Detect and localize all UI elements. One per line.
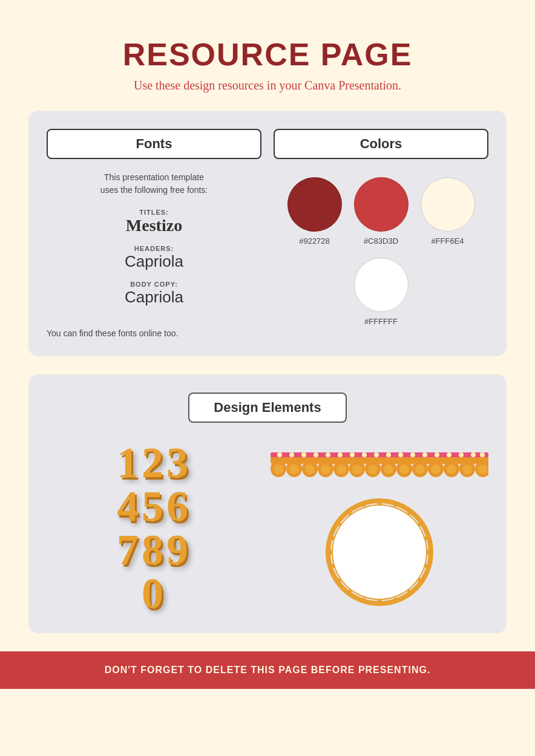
svg-point-65: [328, 550, 333, 555]
design-card-header: Design Elements: [47, 393, 488, 423]
svg-point-53: [418, 523, 421, 526]
colors-grid: #922728 #C83D3D #FFF6E4 #FFFFFF: [274, 171, 488, 332]
svg-point-56: [424, 564, 428, 568]
headers-label: HEADERS:: [47, 245, 261, 252]
numbers-row-4: 0: [142, 572, 163, 615]
svg-point-47: [478, 464, 488, 474]
num-7: 7: [117, 528, 139, 572]
svg-point-12: [398, 452, 403, 457]
num-6: 6: [166, 484, 188, 528]
color-hex-3: #FFF6E4: [431, 236, 464, 246]
svg-point-15: [435, 452, 439, 457]
font-item-body: BODY COPY: Capriola: [47, 281, 261, 307]
resource-card: Fonts This presentation template uses th…: [28, 111, 507, 356]
svg-point-11: [386, 452, 391, 457]
svg-point-39: [352, 464, 362, 474]
svg-point-42: [399, 464, 409, 474]
svg-point-46: [462, 464, 472, 474]
svg-point-69: [362, 503, 366, 507]
num-2: 2: [142, 441, 163, 484]
design-elements-box: Design Elements: [188, 393, 346, 423]
svg-point-5: [313, 452, 318, 457]
svg-point-3: [289, 452, 294, 457]
num-1: 1: [117, 441, 139, 484]
svg-point-41: [384, 464, 393, 474]
header-section: RESOURCE PAGE Use these design resources…: [111, 0, 425, 111]
num-5: 5: [142, 484, 163, 528]
svg-point-55: [426, 550, 431, 555]
colors-section: Colors #922728 #C83D3D #FFF6E4: [274, 129, 488, 338]
num-3: 3: [166, 441, 188, 484]
fonts-note: You can find these fonts online too.: [47, 328, 261, 338]
color-hex-4: #FFFFFF: [364, 317, 398, 326]
color-item-1: #922728: [287, 177, 342, 246]
svg-point-64: [331, 564, 335, 568]
svg-point-10: [374, 452, 379, 457]
decorative-elements: [271, 449, 488, 607]
fonts-desc-line1: This presentation template: [104, 172, 204, 182]
garland-container: [271, 449, 488, 486]
titles-font: Mestizo: [47, 216, 261, 235]
svg-point-34: [274, 464, 283, 474]
font-item-headers: HEADERS: Capriola: [47, 245, 261, 271]
svg-point-18: [471, 452, 476, 457]
svg-point-58: [407, 590, 411, 593]
svg-point-45: [447, 464, 456, 474]
svg-point-52: [407, 511, 411, 515]
svg-point-17: [459, 452, 464, 457]
fonts-header-box: Fonts: [47, 129, 261, 159]
svg-point-14: [422, 452, 427, 457]
svg-point-49: [332, 505, 427, 599]
color-swatch-2: [354, 177, 409, 232]
svg-point-44: [431, 464, 441, 474]
color-swatch-1: [287, 177, 342, 232]
svg-point-66: [331, 536, 335, 540]
garland-svg: [271, 449, 488, 486]
numbers-row-3: 7 8 9: [117, 528, 188, 572]
svg-point-37: [321, 464, 330, 474]
design-card: Design Elements 1 2 3 4 5 6 7 8 9: [28, 374, 507, 633]
subtitle: Use these design resources in your Canva…: [123, 79, 413, 93]
color-swatch-3: [421, 177, 475, 232]
fonts-label: Fonts: [136, 136, 172, 151]
svg-point-60: [377, 599, 382, 604]
body-font: Capriola: [47, 288, 261, 307]
svg-point-19: [480, 452, 485, 457]
num-0: 0: [142, 572, 163, 615]
fonts-description: This presentation template uses the foll…: [47, 171, 261, 197]
svg-point-43: [415, 464, 425, 474]
svg-point-50: [377, 500, 382, 505]
numbers-display: 1 2 3 4 5 6 7 8 9 0: [47, 441, 258, 615]
titles-label: TITLES:: [47, 209, 261, 216]
svg-point-40: [368, 464, 378, 474]
color-item-2: #C83D3D: [354, 177, 409, 246]
svg-point-16: [447, 452, 451, 457]
svg-point-59: [393, 598, 397, 601]
svg-point-62: [348, 590, 352, 593]
svg-point-61: [362, 598, 366, 601]
svg-point-54: [424, 536, 428, 540]
fonts-desc-line2: uses the following free fonts:: [100, 185, 208, 195]
color-swatch-4: [354, 258, 409, 312]
resource-card-inner: Fonts This presentation template uses th…: [47, 129, 488, 338]
svg-point-8: [350, 452, 355, 457]
circle-frame-svg: [325, 498, 434, 607]
svg-point-35: [289, 464, 299, 474]
num-8: 8: [142, 528, 163, 572]
design-content: 1 2 3 4 5 6 7 8 9 0: [47, 441, 488, 615]
svg-point-13: [410, 452, 415, 457]
color-hex-2: #C83D3D: [364, 236, 398, 246]
svg-point-68: [348, 511, 352, 515]
colors-label: Colors: [360, 136, 402, 151]
font-item-titles: TITLES: Mestizo: [47, 209, 261, 235]
body-label: BODY COPY:: [47, 281, 261, 288]
page-wrapper: RESOURCE PAGE Use these design resources…: [0, 0, 535, 689]
svg-point-38: [336, 464, 346, 474]
svg-point-63: [338, 578, 341, 582]
color-item-3: #FFF6E4: [421, 177, 475, 246]
svg-point-4: [301, 452, 306, 457]
svg-point-67: [338, 523, 341, 526]
svg-point-36: [305, 464, 315, 474]
svg-point-7: [338, 452, 343, 457]
circle-frame-container: [325, 498, 434, 607]
